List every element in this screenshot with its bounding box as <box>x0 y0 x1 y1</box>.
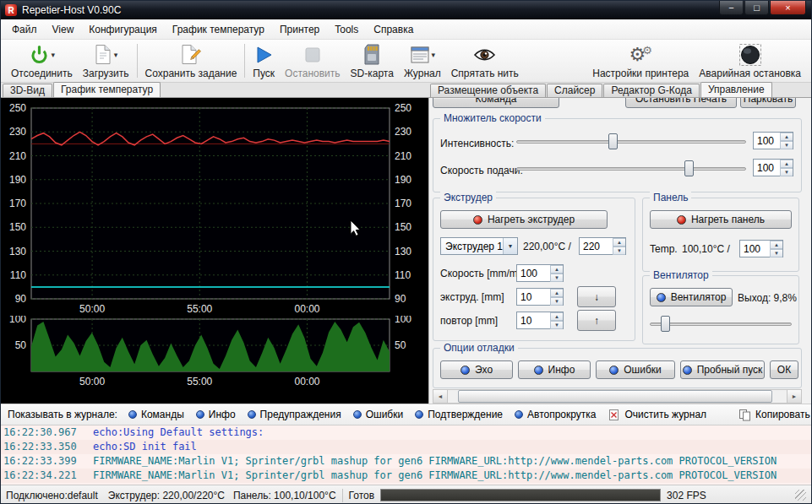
horizontal-scrollbar[interactable]: ◄ ► <box>433 389 802 404</box>
spin-down-icon[interactable]: ▼ <box>550 274 563 282</box>
menu-printer[interactable]: Принтер <box>272 21 327 38</box>
retract-length-spinner[interactable]: 10 ▲▼ <box>516 312 564 329</box>
svg-text:250: 250 <box>9 102 26 114</box>
maximize-button[interactable]: □ <box>744 1 769 15</box>
printer-settings-button[interactable]: ⚙ ⚙ Настройки принтера <box>587 41 694 81</box>
slider-thumb[interactable] <box>661 316 670 332</box>
feed-rate-slider[interactable] <box>516 160 746 177</box>
toggle-commands[interactable]: Команды <box>123 407 190 422</box>
debug-dry-run-button[interactable]: Пробный пуск <box>680 360 765 379</box>
clear-log-button[interactable]: Очистить журнал <box>602 407 712 423</box>
heat-extruder-button[interactable]: Нагреть экструдер <box>440 210 608 229</box>
chevron-down-icon[interactable]: ▾ <box>114 51 118 59</box>
menu-view[interactable]: View <box>45 21 82 38</box>
close-button[interactable]: × <box>770 1 806 15</box>
tab-gcode-editor[interactable]: Редактор G-Кода <box>603 84 699 97</box>
spin-down-icon[interactable]: ▼ <box>550 321 563 329</box>
resize-grip-icon[interactable] <box>795 490 806 501</box>
speed-multiplier-group: Множитель скорости Интенсивность: 100 ▲▼… <box>433 118 802 192</box>
retract-up-button[interactable]: ↑ <box>577 310 616 331</box>
spin-up-icon[interactable]: ▲ <box>613 238 625 247</box>
spin-down-icon[interactable]: ▼ <box>770 249 782 257</box>
spin-up-icon[interactable]: ▲ <box>780 133 793 141</box>
debug-errors-button[interactable]: Ошибки <box>596 360 675 379</box>
sd-card-button[interactable]: SD-карта <box>346 41 399 81</box>
bed-group: Панель Нагреть панель Temp. 100,10°C / 1… <box>642 198 799 272</box>
bed-target-spinner[interactable]: 100 ▲▼ <box>739 240 783 257</box>
scrollbar-thumb[interactable] <box>458 390 772 403</box>
slider-thumb[interactable] <box>684 160 694 176</box>
menu-help[interactable]: Справка <box>366 21 421 38</box>
toggle-errors[interactable]: Ошибки <box>347 407 410 422</box>
svg-text:110: 110 <box>395 269 411 281</box>
tab-slicer[interactable]: Слайсер <box>547 84 602 97</box>
flow-rate-spinner[interactable]: 100 ▲▼ <box>753 132 793 149</box>
spin-up-icon[interactable]: ▲ <box>550 289 563 297</box>
spin-down-icon[interactable]: ▼ <box>613 247 625 255</box>
toggle-warnings[interactable]: Предупраждения <box>242 407 347 422</box>
command-button-partial[interactable]: Команда <box>433 98 559 108</box>
menu-file[interactable]: Файл <box>4 21 45 38</box>
save-job-button[interactable]: Сохранить задание <box>140 41 243 81</box>
chevron-down-icon[interactable]: ▾ <box>52 51 56 59</box>
spin-up-icon[interactable]: ▲ <box>780 160 793 168</box>
tab-temp-graph[interactable]: График температур <box>53 82 161 97</box>
extrude-down-button[interactable]: ↓ <box>577 286 616 307</box>
log-button[interactable]: ▾ Журнал <box>399 41 446 81</box>
flow-rate-slider[interactable] <box>516 133 746 150</box>
extruder-select[interactable]: Экструдер 1 ▼ <box>440 237 518 255</box>
spin-down-icon[interactable]: ▼ <box>780 141 793 149</box>
combo-arrow-icon[interactable]: ▼ <box>503 238 517 254</box>
tab-object-placement[interactable]: Размещение объекта <box>430 84 546 97</box>
spin-up-icon[interactable]: ▲ <box>770 241 782 249</box>
svg-text:210: 210 <box>9 150 26 162</box>
eye-icon <box>473 45 496 65</box>
menu-temp-graph[interactable]: График температур <box>165 21 272 38</box>
titlebar[interactable]: R Repetier-Host V0.90C − □ × <box>1 1 811 19</box>
feed-rate-spinner[interactable]: 100 ▲▼ <box>753 159 793 176</box>
scroll-right-icon[interactable]: ► <box>787 390 801 403</box>
toggle-autoscroll[interactable]: Автопрокрутка <box>509 407 602 422</box>
menu-config[interactable]: Конфигурация <box>81 21 165 38</box>
extruder-target-spinner[interactable]: 220 ▲▼ <box>579 237 626 255</box>
stop-print-button-partial[interactable]: Остановить Печать <box>625 98 737 108</box>
menu-tools[interactable]: Tools <box>327 21 366 38</box>
extrude-speed-spinner[interactable]: 100 ▲▼ <box>516 264 564 282</box>
debug-info-button[interactable]: Инфо <box>518 360 591 379</box>
spin-up-icon[interactable]: ▲ <box>550 312 563 321</box>
scrollbar-track[interactable] <box>448 390 787 403</box>
debug-options-group: Опции отладки Эхо Инфо Ошибки Пробный пу… <box>433 348 802 388</box>
svg-text:50: 50 <box>15 339 27 351</box>
stop-button[interactable]: Остановить <box>280 41 346 81</box>
extrude-length-spinner[interactable]: 10 ▲▼ <box>516 288 564 306</box>
spin-up-icon[interactable]: ▲ <box>550 265 563 274</box>
ok-button[interactable]: ОК <box>770 360 798 379</box>
scroll-left-icon[interactable]: ◄ <box>433 390 448 403</box>
fan-speed-slider[interactable] <box>650 315 792 333</box>
load-button[interactable]: ▾ Загрузить <box>78 41 134 81</box>
log-line: 16:22:30.967 echo:Using Default settings… <box>1 425 811 440</box>
toggle-info[interactable]: Инфо <box>190 407 242 422</box>
flow-rate-label: Интенсивность: <box>440 138 514 149</box>
fan-toggle-button[interactable]: Вентилятор <box>650 288 733 306</box>
copy-button[interactable]: Копировать <box>733 407 812 423</box>
emergency-stop-button[interactable]: Аварийная остановка <box>694 41 806 81</box>
debug-echo-button[interactable]: Эхо <box>440 360 513 379</box>
extrude-speed-label: Скорость [mm/min] <box>440 268 528 279</box>
spin-down-icon[interactable]: ▼ <box>780 168 793 176</box>
toggle-ack[interactable]: Подтверждение <box>409 407 509 422</box>
led-icon <box>415 410 423 419</box>
heat-bed-button[interactable]: Нагреть панель <box>650 210 792 229</box>
chevron-down-icon[interactable]: ▾ <box>432 51 436 59</box>
hide-filament-button[interactable]: Спрятать нить <box>446 41 524 81</box>
tab-control[interactable]: Управление <box>700 82 772 97</box>
park-button-partial[interactable]: Парковать <box>740 98 796 108</box>
disconnect-button[interactable]: ▾ Отсоединить <box>6 41 78 81</box>
status-separator <box>342 489 343 502</box>
log-view[interactable]: 16:22:30.967 echo:Using Default settings… <box>1 425 811 485</box>
spin-down-icon[interactable]: ▼ <box>550 297 563 306</box>
minimize-button[interactable]: − <box>719 1 744 15</box>
tab-3d-view[interactable]: 3D-Вид <box>3 84 52 97</box>
slider-thumb[interactable] <box>608 133 618 149</box>
run-button[interactable]: Пуск <box>248 41 280 81</box>
